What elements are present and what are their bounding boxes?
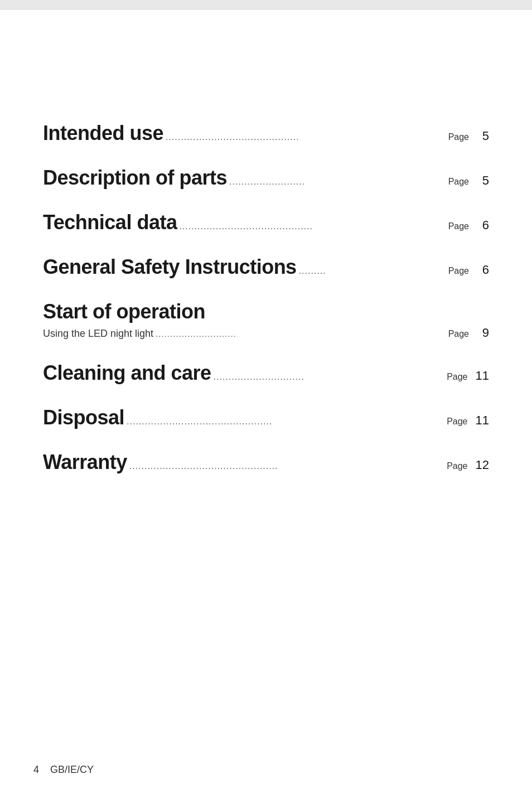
toc-item-general-safety-instructions: General Safety Instructions ......... Pa… xyxy=(43,255,489,279)
toc-item-disposal: Disposal ...............................… xyxy=(43,406,489,429)
toc-title-start-of-operation: Start of operation xyxy=(43,300,489,323)
toc-item-cleaning-and-care: Cleaning and care ......................… xyxy=(43,361,489,385)
toc-page-label-description-of-parts: Page xyxy=(448,177,469,187)
toc-sub-line-using-led: Using the LED night light ..............… xyxy=(43,326,489,340)
toc-page-num-disposal: 11 xyxy=(476,413,489,428)
toc-page-label-technical-data: Page xyxy=(448,221,469,231)
toc-item-description-of-parts: Description of parts ...................… xyxy=(43,166,489,190)
toc-item-intended-use: Intended use ...........................… xyxy=(43,122,489,145)
toc-page-label-intended-use: Page xyxy=(448,132,469,142)
toc-dots-cleaning-and-care: .............................. xyxy=(214,372,444,384)
toc-item-warranty: Warranty ...............................… xyxy=(43,451,489,474)
toc-page-label-disposal: Page xyxy=(447,417,467,427)
toc-sub-page-num-using-led: 9 xyxy=(477,326,489,340)
footer-page-number: 4 xyxy=(33,764,39,776)
toc-page-label-general-safety-instructions: Page xyxy=(448,266,469,276)
toc-sub-page-label-using-led: Page xyxy=(448,329,469,339)
toc-dots-general-safety-instructions: ......... xyxy=(299,266,445,278)
toc-sub-title-using-led: Using the LED night light xyxy=(43,328,153,340)
page-top-bar xyxy=(0,0,532,10)
toc-title-technical-data: Technical data xyxy=(43,211,177,234)
toc-dots-intended-use: ........................................… xyxy=(166,132,445,144)
toc-title-intended-use: Intended use xyxy=(43,122,163,145)
toc-title-general-safety-instructions: General Safety Instructions xyxy=(43,255,297,279)
toc-page-label-cleaning-and-care: Page xyxy=(447,372,467,382)
page: Intended use ...........................… xyxy=(0,0,532,798)
toc-title-description-of-parts: Description of parts xyxy=(43,166,227,190)
page-footer: 4 GB/IE/CY xyxy=(33,764,94,776)
content-area: Intended use ...........................… xyxy=(0,10,532,529)
toc-title-warranty: Warranty xyxy=(43,451,127,474)
toc-page-num-technical-data: 6 xyxy=(477,218,489,233)
toc-dots-description-of-parts: ......................... xyxy=(229,177,445,188)
toc-item-start-of-operation: Start of operation Using the LED night l… xyxy=(43,300,489,340)
toc-page-num-intended-use: 5 xyxy=(477,129,489,143)
toc-dots-warranty: ........................................… xyxy=(129,461,443,473)
toc-item-technical-data: Technical data .........................… xyxy=(43,211,489,234)
toc-sub-dots-using-led: ............................ xyxy=(156,329,445,340)
toc-page-num-description-of-parts: 5 xyxy=(477,173,489,188)
toc-dots-disposal: ........................................… xyxy=(127,417,443,428)
toc-page-label-warranty: Page xyxy=(447,461,467,471)
toc-title-disposal: Disposal xyxy=(43,406,124,429)
toc-title-cleaning-and-care: Cleaning and care xyxy=(43,361,211,385)
toc-dots-technical-data: ........................................… xyxy=(179,221,444,233)
toc-page-num-warranty: 12 xyxy=(476,458,489,472)
toc-page-num-general-safety-instructions: 6 xyxy=(477,263,489,277)
footer-locale: GB/IE/CY xyxy=(50,764,94,776)
toc-page-num-cleaning-and-care: 11 xyxy=(476,369,489,383)
